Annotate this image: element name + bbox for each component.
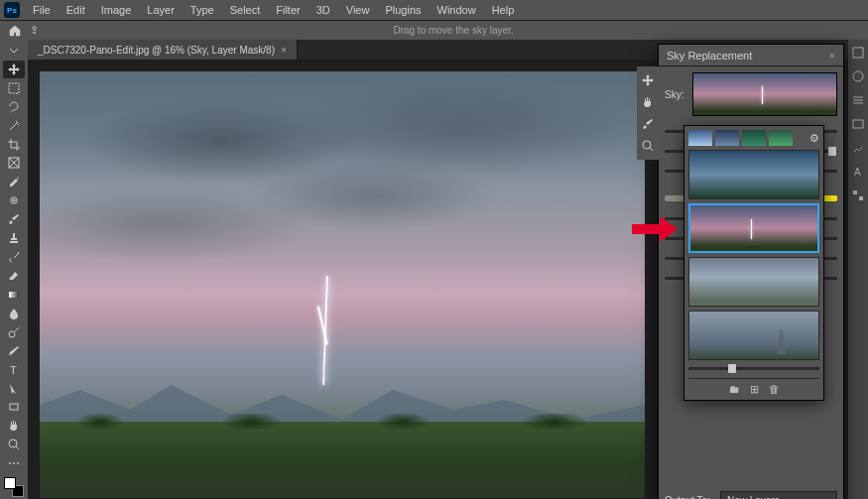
menu-filter[interactable]: Filter [269,2,307,18]
panel-icon[interactable] [851,117,865,131]
dialog-title-text: Sky Replacement [667,50,752,62]
sky-preset-item-selected[interactable] [688,203,819,253]
eyedropper-tool[interactable] [3,173,25,190]
svg-rect-6 [10,404,18,410]
dialog-tool-column [637,66,659,160]
annotation-arrow [632,214,678,246]
menu-edit[interactable]: Edit [60,2,92,18]
rectangle-tool[interactable] [3,399,25,417]
document-tab-title: _DSC7320-Pano-Edit.jpg @ 16% (Sky, Layer… [38,45,275,56]
collapse-icon[interactable] [3,42,25,60]
svg-point-7 [9,439,17,447]
folder-icon[interactable]: 🖿 [729,383,740,396]
dialog-titlebar[interactable]: Sky Replacement × [659,45,843,66]
crop-tool[interactable] [3,136,25,154]
trash-icon[interactable]: 🗑 [769,383,780,396]
dialog-hand-tool[interactable] [637,92,659,112]
dialog-move-tool[interactable] [637,70,659,90]
svg-text:A: A [854,167,861,178]
panel-icon[interactable]: A [851,165,865,179]
menu-select[interactable]: Select [223,2,268,18]
history-brush-tool[interactable] [3,248,25,266]
panel-icon[interactable] [851,188,865,202]
foreground-color-swatch[interactable] [4,477,16,489]
sky-category-thumb[interactable] [715,130,739,146]
panel-icon[interactable] [851,141,865,155]
canvas-image [40,71,645,498]
edit-toolbar-icon[interactable]: ⋯ [3,454,25,472]
tools-panel: T ⋯ [0,40,28,499]
eraser-tool[interactable] [3,267,25,285]
menu-type[interactable]: Type [184,2,221,18]
menu-window[interactable]: Window [431,2,483,18]
marquee-tool[interactable] [3,79,25,97]
dialog-zoom-tool[interactable] [637,136,659,156]
svg-rect-12 [853,190,857,194]
svg-point-14 [643,141,651,149]
wand-tool[interactable] [3,117,25,135]
thumbnail-size-slider[interactable] [688,362,819,374]
heal-tool[interactable] [3,191,25,209]
svg-rect-8 [853,48,863,58]
stamp-tool[interactable] [3,229,25,247]
menu-layer[interactable]: Layer [140,2,182,18]
svg-point-4 [9,331,15,337]
share-icon[interactable]: ⇪ [30,24,39,37]
gear-icon[interactable]: ⚙ [809,130,819,146]
sky-category-thumb[interactable] [688,130,712,146]
output-to-select[interactable]: New Layers [720,491,837,499]
sky-preset-picker: ⚙ 🖿 ⊞ 🗑 [683,125,824,401]
path-tool[interactable] [3,380,25,398]
close-tab-icon[interactable]: × [281,45,287,56]
panel-icon[interactable] [851,93,865,107]
menu-plugins[interactable]: Plugins [378,2,428,18]
sky-preset-dropdown[interactable] [692,72,837,116]
zoom-tool[interactable] [3,436,25,453]
sky-preset-item[interactable] [688,311,819,360]
sky-preset-item[interactable] [688,150,819,199]
menu-bar: Ps File Edit Image Layer Type Select Fil… [0,0,868,20]
canvas-lightning [322,276,328,385]
move-tool[interactable] [3,61,25,78]
home-icon[interactable] [8,24,22,38]
svg-rect-13 [859,196,863,200]
panel-icon[interactable] [851,46,865,60]
blur-tool[interactable] [3,305,25,322]
menu-help[interactable]: Help [485,2,522,18]
menu-image[interactable]: Image [94,2,139,18]
menu-3d[interactable]: 3D [310,2,337,18]
right-panel-strip: A [848,40,868,499]
dialog-brush-tool[interactable] [637,114,659,134]
type-tool[interactable]: T [3,361,25,379]
app-logo: Ps [4,2,20,18]
dodge-tool[interactable] [3,323,25,341]
menu-view[interactable]: View [339,2,377,18]
options-hint: Drag to move the sky layer. [47,25,860,36]
sky-category-thumb[interactable] [742,130,766,146]
svg-text:T: T [10,364,17,376]
gradient-tool[interactable] [3,286,25,304]
color-swatches[interactable] [4,477,24,497]
pen-tool[interactable] [3,342,25,360]
new-preset-icon[interactable]: ⊞ [750,383,759,396]
options-bar: ⇪ Drag to move the sky layer. [0,20,868,40]
panel-icon[interactable] [851,69,865,83]
sky-label: Sky: [665,89,686,100]
svg-point-9 [853,71,863,81]
dialog-close-icon[interactable]: × [829,50,835,62]
hand-tool[interactable] [3,417,25,435]
output-to-label: Output To: [665,495,714,500]
sky-category-thumb[interactable] [769,130,793,146]
svg-rect-10 [853,120,863,128]
menu-file[interactable]: File [26,2,58,18]
sky-preset-item[interactable] [688,257,819,307]
frame-tool[interactable] [3,155,25,173]
brush-tool[interactable] [3,210,25,228]
lasso-tool[interactable] [3,98,25,116]
svg-rect-0 [9,83,19,93]
canvas-land [40,422,645,498]
svg-rect-3 [9,292,19,298]
document-tab[interactable]: _DSC7320-Pano-Edit.jpg @ 16% (Sky, Layer… [28,40,298,60]
